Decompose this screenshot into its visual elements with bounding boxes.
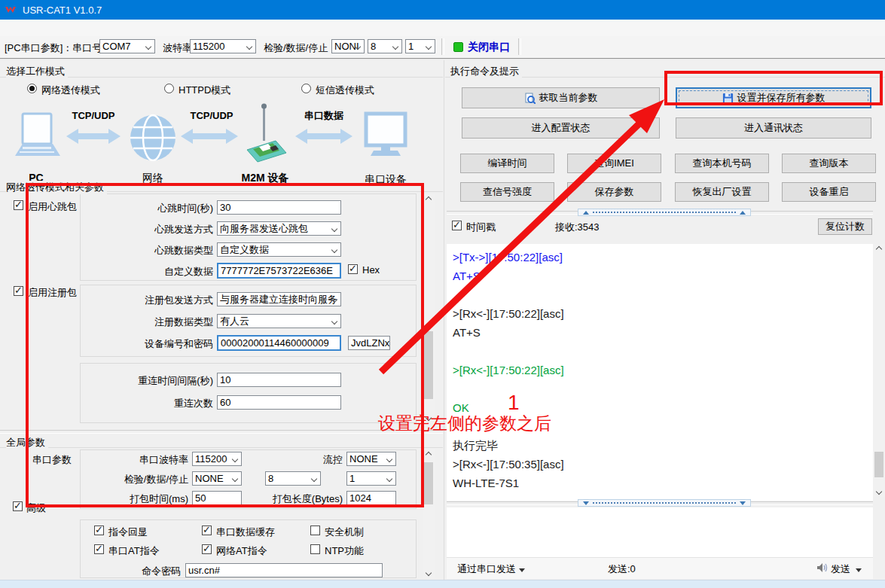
serial-at-label: 串口AT指令 (108, 544, 160, 558)
ntp-checkbox[interactable] (310, 544, 320, 554)
compile-time-button[interactable]: 编译时间 (460, 154, 554, 173)
reconnect-interval-input[interactable]: 10 (217, 373, 341, 387)
net-section-title: 网络透传模式相关参数 (6, 181, 107, 194)
serial-cache-label: 串口数据缓存 (216, 526, 275, 539)
reset-count-button[interactable]: 复位计数 (818, 218, 872, 235)
send-splitter-handle[interactable] (578, 499, 751, 507)
reconnect-count-label: 重连次数 (80, 397, 213, 410)
packtime-input[interactable]: 50 (192, 491, 242, 505)
heartbeat-enable-checkbox[interactable] (14, 200, 23, 210)
timestamp-checkbox[interactable] (452, 221, 462, 230)
scrollbar-thumb[interactable] (424, 331, 433, 399)
g-parity-select[interactable]: NONE (192, 471, 242, 486)
log-line: OK (447, 398, 873, 417)
search-doc-icon (524, 93, 536, 104)
send-via-dropdown[interactable]: 通过串口发送 (457, 562, 525, 576)
arrow-icon (66, 129, 121, 144)
save-params-button[interactable]: 保存参数 (567, 182, 661, 202)
factory-reset-button[interactable]: 恢复出厂设置 (675, 182, 769, 202)
g-databits-select[interactable]: 8 (265, 471, 321, 486)
register-mode-select[interactable]: 与服务器建立连接时向服务 (217, 292, 341, 306)
scroll-down-icon[interactable] (423, 413, 435, 423)
caret-down-icon (856, 568, 862, 572)
device-restart-button[interactable]: 设备重启 (782, 182, 876, 202)
serial-cache-checkbox[interactable] (202, 526, 212, 535)
collapse-down-icon (740, 501, 746, 505)
sent-count: 发送:0 (608, 562, 636, 576)
query-imei-button[interactable]: 查询IMEI (567, 154, 661, 173)
radio-net-transparent[interactable] (27, 84, 37, 93)
enter-config-button[interactable]: 进入配置状态 (462, 117, 660, 139)
chevron-down-icon (232, 476, 238, 482)
radio-httpd[interactable] (164, 84, 174, 93)
global-section-scrollbar[interactable] (423, 449, 435, 578)
log-line: >[Rx<-][17:50:22][asc] (447, 304, 873, 323)
net-section-scrollbar[interactable] (423, 194, 435, 423)
scroll-up-icon[interactable] (873, 244, 885, 254)
device-password-input[interactable]: JvdLZNxK (348, 336, 390, 350)
log-line: >[Rx<-][17:50:35][asc] (447, 455, 873, 474)
scrollbar-thumb[interactable] (874, 452, 883, 477)
parity-select[interactable]: NONI (331, 39, 365, 53)
close-port-button[interactable]: 关闭串口 (468, 41, 510, 54)
com-port-select[interactable]: COM7 (99, 39, 155, 53)
heartbeat-type-select[interactable]: 自定义数据 (217, 242, 341, 257)
scrollbar-thumb[interactable] (424, 462, 433, 504)
signal-strength-button[interactable]: 查信号强度 (460, 182, 554, 202)
work-mode-title: 选择工作模式 (6, 65, 68, 78)
heartbeat-time-input[interactable]: 30 (217, 200, 341, 215)
log-splitter-handle[interactable] (578, 209, 751, 216)
advanced-checkbox[interactable] (13, 501, 23, 511)
serial-at-checkbox[interactable] (94, 544, 104, 554)
device-id-input[interactable]: 00002000114460000009 (217, 335, 341, 351)
security-label: 安全机制 (325, 526, 364, 539)
heartbeat-mode-select[interactable]: 向服务器发送心跳包 (217, 221, 341, 236)
register-enable-checkbox[interactable] (14, 286, 23, 296)
titlebar: USR-CAT1 V1.0.7 (0, 0, 885, 20)
scroll-up-icon[interactable] (423, 449, 435, 460)
stopbits-select[interactable]: 1 (405, 39, 435, 53)
reconnect-count-input[interactable]: 60 (217, 395, 341, 410)
scroll-down-icon[interactable] (423, 568, 435, 578)
register-type-select[interactable]: 有人云 (217, 314, 341, 328)
register-type-label: 注册数据类型 (80, 315, 213, 329)
flow-select[interactable]: NONE (346, 452, 396, 466)
databits-select[interactable]: 8 (368, 39, 402, 53)
send-button[interactable]: 发送 (831, 562, 862, 576)
set-save-params-button[interactable]: 设置并保存所有参数 (676, 87, 871, 108)
heartbeat-data-input[interactable]: 7777772E7573722E636E (217, 263, 341, 279)
log-line (447, 417, 873, 436)
scroll-up-icon[interactable] (423, 194, 435, 205)
send-input-area[interactable] (447, 507, 873, 557)
chevron-down-icon (311, 476, 317, 482)
g-baud-select[interactable]: 115200 (192, 452, 242, 466)
register-mode-label: 注册包发送方式 (80, 294, 213, 307)
log-scrollbar[interactable] (873, 244, 885, 497)
query-number-button[interactable]: 查询本机号码 (675, 154, 769, 173)
scroll-down-icon[interactable] (873, 486, 885, 497)
enter-comm-button[interactable]: 进入通讯状态 (676, 117, 871, 139)
cmd-password-input[interactable]: usr.cn# (185, 563, 383, 577)
security-checkbox[interactable] (310, 526, 320, 535)
globe-icon (130, 115, 175, 160)
toolbar-separator (518, 38, 521, 55)
get-params-button[interactable]: 获取当前参数 (462, 87, 660, 108)
baud-select[interactable]: 115200 (190, 39, 256, 53)
radio-sms-transparent[interactable] (301, 84, 311, 93)
parity-label: 检验/数据/停止 (264, 41, 328, 55)
exec-section-title: 执行命令及提示 (450, 65, 522, 78)
link-serialdata-label: 串口数据 (304, 110, 344, 121)
log-output[interactable]: >[Tx->][17:50:22][asc] AT+S >[Rx<-][17:5… (447, 244, 873, 501)
hex-checkbox[interactable] (348, 264, 358, 274)
query-version-button[interactable]: 查询版本 (782, 154, 876, 173)
log-line (447, 379, 873, 398)
timestamp-label: 时间戳 (466, 221, 496, 234)
net-at-checkbox[interactable] (202, 544, 212, 554)
device-id-label: 设备编号和密码 (80, 337, 213, 351)
chevron-down-icon (145, 44, 151, 50)
chevron-down-icon (331, 318, 337, 324)
packlen-input[interactable]: 1024 (346, 491, 396, 505)
echo-checkbox[interactable] (94, 526, 104, 535)
section-splitter[interactable] (0, 430, 443, 434)
g-stopbits-select[interactable]: 1 (346, 471, 396, 486)
